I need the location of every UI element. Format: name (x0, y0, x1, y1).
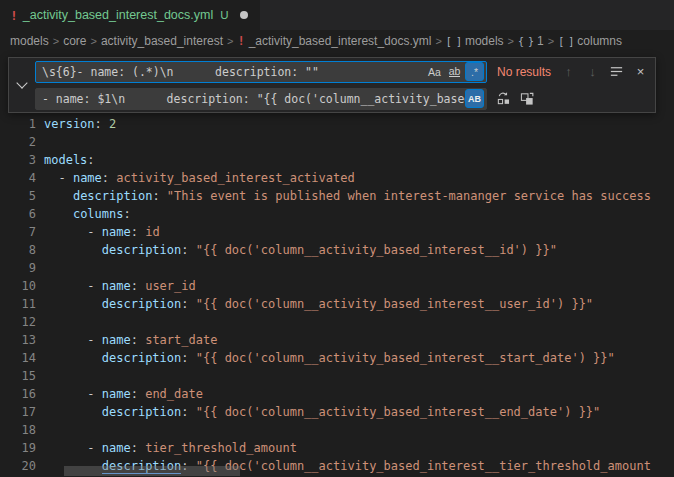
code-line[interactable]: 4 - name: activity_based_interest_activa… (0, 169, 674, 187)
tab-title: _activity_based_interest_docs.yml (23, 8, 213, 22)
dirty-indicator-dot[interactable] (240, 11, 248, 19)
toggle-replace-button[interactable] (9, 58, 35, 112)
breadcrumb-item-symbol-1[interactable]: { } 1 (518, 34, 544, 48)
code-line[interactable]: 16 - name: end_date (0, 385, 674, 403)
breadcrumb-item-symbol-models[interactable]: [ ] models (446, 34, 504, 48)
line-code (36, 313, 44, 331)
replace-button[interactable] (493, 88, 514, 109)
code-line[interactable]: 3models: (0, 151, 674, 169)
find-row: \s{6}- name: (.*)\n description: "" Aa a… (35, 61, 651, 83)
line-number: 2 (0, 133, 36, 151)
line-code: - name: tier_threshold_amount (36, 439, 297, 457)
line-code: columns: (36, 205, 131, 223)
replace-input[interactable]: - name: $1\n description: "{{ doc('colum… (35, 88, 487, 110)
previous-match-button[interactable]: ↑ (558, 61, 579, 82)
line-code: description: "{{ doc('column__activity_b… (36, 295, 593, 313)
breadcrumb-item-symbol-columns[interactable]: [ ] columns (558, 34, 622, 48)
breadcrumb-item-core[interactable]: core (63, 34, 86, 48)
line-number: 7 (0, 223, 36, 241)
line-code: description: "{{ doc('column__activity_b… (36, 241, 557, 259)
line-number: 10 (0, 277, 36, 295)
chevron-right-icon: > (508, 35, 514, 47)
find-in-selection-button[interactable] (606, 61, 627, 82)
code-line[interactable]: 17 description: "{{ doc('column__activit… (0, 403, 674, 421)
code-line[interactable]: 19 - name: tier_threshold_amount (0, 439, 674, 457)
breadcrumb: models > core > activity_based_interest … (0, 30, 674, 52)
breadcrumb-item-activity-based-interest[interactable]: activity_based_interest (101, 34, 223, 48)
preserve-case-button[interactable]: AB (465, 89, 484, 108)
code-line[interactable]: 11 description: "{{ doc('column__activit… (0, 295, 674, 313)
no-results-label: No results (497, 65, 551, 79)
close-icon: × (637, 64, 645, 79)
whole-word-button[interactable]: ab (445, 62, 464, 81)
replace-input-value: - name: $1\n description: "{{ doc('colum… (42, 92, 465, 106)
code-line[interactable]: 12 (0, 313, 674, 331)
regex-button[interactable]: .* (465, 62, 484, 81)
code-line[interactable]: 18 (0, 421, 674, 439)
line-code (36, 421, 44, 439)
code-line[interactable]: 9 (0, 259, 674, 277)
chevron-right-icon: > (53, 35, 59, 47)
code-line[interactable]: 1version: 2 (0, 115, 674, 133)
whole-word-icon: ab (449, 66, 461, 77)
line-code: - name: activity_based_interest_activate… (36, 169, 355, 187)
next-match-button[interactable]: ↓ (582, 61, 603, 82)
line-code: description: "{{ doc('column__activity_b… (36, 349, 615, 367)
arrow-down-icon: ↓ (589, 64, 596, 79)
line-number: 14 (0, 349, 36, 367)
code-line[interactable]: 7 - name: id (0, 223, 674, 241)
line-code: - name: end_date (36, 385, 203, 403)
breadcrumb-label: models (465, 34, 504, 48)
chevron-right-icon: > (227, 35, 233, 47)
line-number: 11 (0, 295, 36, 313)
chevron-right-icon: > (435, 35, 441, 47)
code-line[interactable]: 8 description: "{{ doc('column__activity… (0, 241, 674, 259)
line-code: description: "This event is published wh… (36, 187, 651, 205)
line-code (36, 259, 44, 277)
horizontal-scrollbar-thumb[interactable] (64, 466, 240, 476)
breadcrumb-item-file[interactable]: ! _activity_based_interest_docs.yml (237, 34, 431, 48)
replace-all-icon (520, 91, 535, 106)
find-input[interactable]: \s{6}- name: (.*)\n description: "" Aa a… (35, 61, 487, 83)
code-line[interactable]: 15 (0, 367, 674, 385)
line-number: 1 (0, 115, 36, 133)
code-line[interactable]: 2 (0, 133, 674, 151)
symbol-array-icon: [ ] (558, 36, 573, 47)
match-case-icon: Aa (428, 66, 441, 78)
breadcrumb-label: 1 (537, 34, 544, 48)
replace-all-button[interactable] (517, 88, 538, 109)
replace-row: - name: $1\n description: "{{ doc('colum… (35, 88, 651, 110)
find-widget-rows: \s{6}- name: (.*)\n description: "" Aa a… (35, 58, 655, 112)
editor: 1version: 223models:4 - name: activity_b… (0, 52, 674, 477)
line-number: 3 (0, 151, 36, 169)
symbol-object-icon: { } (518, 36, 533, 47)
code-line[interactable]: 10 - name: user_id (0, 277, 674, 295)
line-number: 17 (0, 403, 36, 421)
line-number: 6 (0, 205, 36, 223)
code-line[interactable]: 13 - name: start_date (0, 331, 674, 349)
git-status-badge: U (220, 9, 228, 21)
breadcrumb-item-models[interactable]: models (10, 34, 49, 48)
tab-bar: ! _activity_based_interest_docs.yml U (0, 0, 674, 30)
line-number: 20 (0, 457, 36, 475)
line-code: - name: id (36, 223, 160, 241)
match-case-button[interactable]: Aa (425, 62, 444, 81)
tab-activity-based-interest-docs-yml[interactable]: ! _activity_based_interest_docs.yml U (0, 0, 261, 30)
line-code (36, 367, 44, 385)
yaml-file-icon: ! (237, 34, 244, 48)
line-number: 18 (0, 421, 36, 439)
code-line[interactable]: 5 description: "This event is published … (0, 187, 674, 205)
line-number: 13 (0, 331, 36, 349)
replace-icon (496, 91, 511, 106)
line-code: models: (36, 151, 95, 169)
find-input-value: \s{6}- name: (.*)\n description: "" (42, 65, 424, 79)
close-button[interactable]: × (630, 61, 651, 82)
line-number: 4 (0, 169, 36, 187)
selection-icon (609, 64, 624, 79)
line-number: 8 (0, 241, 36, 259)
line-number: 16 (0, 385, 36, 403)
line-code: - name: user_id (36, 277, 196, 295)
code-line[interactable]: 6 columns: (0, 205, 674, 223)
chevron-right-icon: > (90, 35, 96, 47)
code-line[interactable]: 14 description: "{{ doc('column__activit… (0, 349, 674, 367)
